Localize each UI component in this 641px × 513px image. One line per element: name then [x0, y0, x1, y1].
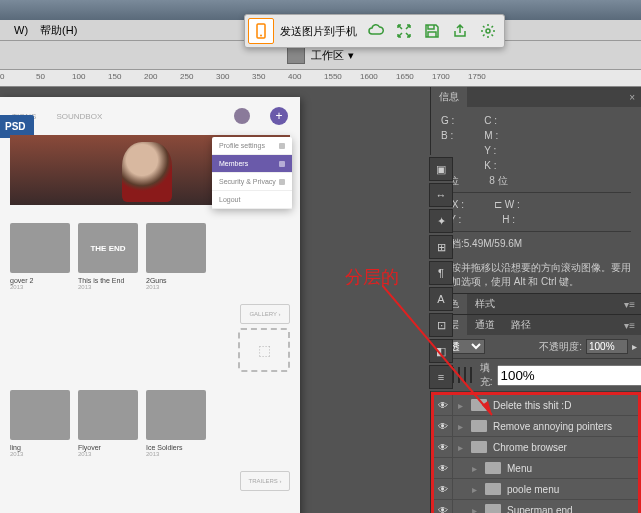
folder-icon	[485, 483, 501, 495]
color-panel: 颜色 样式 ▾≡	[431, 294, 641, 315]
lock-all-icon[interactable]	[470, 367, 472, 383]
menu-help[interactable]: 帮助(H)	[34, 23, 83, 38]
tool-icon[interactable]: ≡	[429, 365, 453, 389]
movie-card: 2Guns2013	[146, 223, 206, 290]
gallery-button: GALLERY ›	[240, 304, 290, 324]
layer-row[interactable]: 👁▸Chrome browser	[434, 437, 638, 458]
movie-card: Flyover2013	[78, 390, 138, 457]
drop-zone: ⬚	[238, 328, 290, 372]
tab-paths[interactable]: 路径	[503, 315, 539, 335]
canvas[interactable]: PSD TIONS SOUNDBOX + Profile settingsMem…	[0, 87, 430, 513]
panel-close-icon[interactable]: ×	[623, 92, 641, 103]
visibility-icon[interactable]: 👁	[434, 437, 453, 457]
send-to-phone-label[interactable]: 发送图片到手机	[276, 24, 361, 39]
ruler-horizontal: 0501001502002503003504001550160016501700…	[0, 70, 641, 87]
fill-input[interactable]	[497, 365, 641, 386]
workspace-icon[interactable]	[287, 46, 305, 64]
dropdown-item: Security & Privacy	[212, 173, 292, 191]
info-doc-size: 文档:5.49M/59.6M	[441, 231, 631, 251]
visibility-icon[interactable]: 👁	[434, 395, 453, 415]
dropdown-item: Logout	[212, 191, 292, 209]
tool-icon[interactable]: ↔	[429, 183, 453, 207]
layer-row[interactable]: 👁▸Delete this shit :D	[434, 395, 638, 416]
tool-icon[interactable]: ¶	[429, 261, 453, 285]
floating-toolbar[interactable]: 发送图片到手机	[244, 14, 505, 48]
mini-tools: ▣ ↔ ✦ ⊞ ¶ A ⊡ ◧ ≡	[427, 155, 453, 391]
panel-menu-icon[interactable]: ▾≡	[618, 299, 641, 310]
tool-icon[interactable]: A	[429, 287, 453, 311]
layer-row[interactable]: 👁▸Menu	[434, 458, 638, 479]
opacity-input[interactable]	[586, 339, 628, 354]
movie-grid-2: ling2013Flyover2013Ice Soldiers2013	[0, 380, 300, 467]
expand-icon[interactable]	[391, 18, 417, 44]
avatar	[234, 108, 250, 124]
tool-icon[interactable]: ⊡	[429, 313, 453, 337]
menu-w[interactable]: W)	[8, 24, 34, 36]
movie-card: Ice Soldiers2013	[146, 390, 206, 457]
workspace-label[interactable]: 工作区 ▾	[311, 48, 353, 63]
tab-channels[interactable]: 通道	[467, 315, 503, 335]
movie-card: gover 22013	[10, 223, 70, 290]
plus-button: +	[270, 107, 288, 125]
canvas-wrap: PSD TIONS SOUNDBOX + Profile settingsMem…	[0, 87, 430, 513]
movie-grid: gover 22013THE ENDThis is the End20132Gu…	[0, 213, 300, 300]
svg-point-1	[260, 35, 262, 37]
tool-icon[interactable]: ⊞	[429, 235, 453, 259]
layer-row[interactable]: 👁▸Superman end	[434, 500, 638, 513]
gear-icon[interactable]	[475, 18, 501, 44]
folder-icon	[471, 399, 487, 411]
dropdown-item: Members	[212, 155, 292, 173]
movie-card: THE ENDThis is the End2013	[78, 223, 138, 290]
tab-styles[interactable]: 样式	[467, 294, 503, 314]
mock-nav: TIONS SOUNDBOX +	[0, 97, 300, 135]
tool-icon[interactable]: ◧	[429, 339, 453, 363]
layer-row[interactable]: 👁▸Remove annoying pointers	[434, 416, 638, 437]
tool-icon[interactable]: ▣	[429, 157, 453, 181]
trailers-button: TRAILERS ›	[240, 471, 290, 491]
svg-point-2	[486, 29, 490, 33]
nav-item: SOUNDBOX	[56, 112, 102, 121]
folder-icon	[471, 441, 487, 453]
opacity-label: 不透明度:	[539, 340, 582, 354]
layers-panel: 图层 通道 路径 ▾≡ 穿透 不透明度: ▸ 锁定: 填充:	[431, 315, 641, 513]
tool-icon[interactable]: ✦	[429, 209, 453, 233]
audio-player: ▶• 1.35👎🔊	[10, 509, 290, 513]
profile-dropdown: Profile settingsMembersSecurity & Privac…	[212, 137, 292, 209]
fill-label: 填充:	[480, 361, 493, 389]
folder-icon	[485, 504, 501, 513]
lock-pixel-icon[interactable]	[458, 367, 460, 383]
folder-icon	[471, 420, 487, 432]
info-help-text: 点按并拖移以沿想要的方向滚动图像。要用附加选项，使用 Alt 和 Ctrl 键。	[431, 257, 641, 293]
info-bits2: 8 位	[489, 173, 507, 188]
send-to-phone-icon[interactable]	[248, 18, 274, 44]
annotation-text: 分层的	[345, 265, 399, 289]
psd-document: PSD TIONS SOUNDBOX + Profile settingsMem…	[0, 97, 300, 513]
dropdown-item: Profile settings	[212, 137, 292, 155]
lock-pos-icon[interactable]	[464, 367, 466, 383]
visibility-icon[interactable]: 👁	[434, 416, 453, 436]
tab-info[interactable]: 信息	[431, 87, 467, 107]
main-area: PSD TIONS SOUNDBOX + Profile settingsMem…	[0, 87, 641, 513]
layer-row[interactable]: 👁▸poole menu	[434, 479, 638, 500]
movie-card: ling2013	[10, 390, 70, 457]
share-icon[interactable]	[447, 18, 473, 44]
save-icon[interactable]	[419, 18, 445, 44]
visibility-icon[interactable]: 👁	[434, 500, 453, 513]
visibility-icon[interactable]: 👁	[434, 479, 453, 499]
folder-icon	[485, 462, 501, 474]
right-panels: 信息 × G :B :C :M :Y :K : 8 位8 位 ✛ X : Y :…	[430, 87, 641, 513]
info-panel: 信息 × G :B :C :M :Y :K : 8 位8 位 ✛ X : Y :…	[431, 87, 641, 294]
visibility-icon[interactable]: 👁	[434, 458, 453, 478]
panel-menu-icon[interactable]: ▾≡	[618, 320, 641, 331]
cloud-icon[interactable]	[363, 18, 389, 44]
layers-list[interactable]: 👁▸Delete this shit :D👁▸Remove annoying p…	[431, 392, 641, 513]
